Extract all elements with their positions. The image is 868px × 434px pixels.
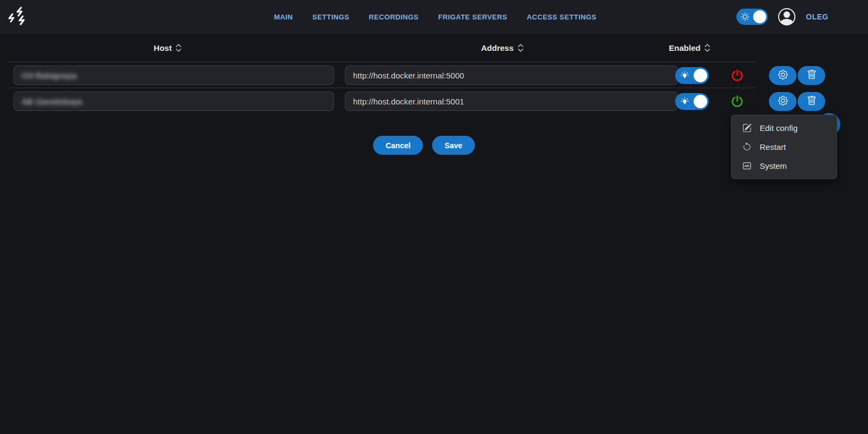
nav-link-access-settings[interactable]: ACCESS SETTINGS xyxy=(527,13,597,21)
servers-table: Host Address Enabled CH Rabigna xyxy=(9,34,755,114)
column-header-enabled[interactable]: Enabled xyxy=(669,34,710,62)
person-circle-icon[interactable] xyxy=(778,8,795,25)
host-value-blurred: CH Rabignaya xyxy=(22,71,77,80)
username[interactable]: OLEG xyxy=(806,12,828,21)
theme-toggle[interactable] xyxy=(736,9,768,25)
address-input[interactable] xyxy=(345,91,678,111)
menu-item-system[interactable]: System xyxy=(732,156,837,175)
column-header-host[interactable]: Host xyxy=(154,34,182,62)
lightbulb-icon xyxy=(680,71,689,80)
menu-item-label: System xyxy=(760,161,787,170)
host-value-blurred: AB Zavodskaya xyxy=(22,97,82,106)
gear-icon xyxy=(778,70,788,81)
sort-icon xyxy=(518,43,524,52)
navbar-right: OLEG xyxy=(736,0,828,34)
server-context-menu: Edit config Restart System xyxy=(731,115,837,179)
server-row: AB Zavodskaya xyxy=(9,88,755,114)
main-nav: MAIN SETTINGS RECORDINGS FRIGATE SERVERS… xyxy=(274,0,597,34)
address-input[interactable] xyxy=(345,65,678,85)
enabled-toggle[interactable] xyxy=(675,93,709,110)
sun-icon xyxy=(741,12,749,21)
sort-icon xyxy=(704,43,711,52)
menu-item-edit-config[interactable]: Edit config xyxy=(732,119,837,137)
column-label: Enabled xyxy=(669,43,700,52)
nav-link-frigate-servers[interactable]: FRIGATE SERVERS xyxy=(438,13,507,21)
menu-item-restart[interactable]: Restart xyxy=(732,137,837,156)
server-settings-button[interactable] xyxy=(769,66,797,85)
lightbulb-icon xyxy=(680,97,689,106)
gear-icon xyxy=(778,96,788,107)
menu-item-label: Restart xyxy=(760,142,786,152)
delete-server-button[interactable] xyxy=(798,92,825,111)
power-status-icon xyxy=(731,69,743,82)
column-label: Address xyxy=(481,43,513,52)
save-button[interactable]: Save xyxy=(432,136,475,155)
sort-icon xyxy=(175,43,182,52)
nav-link-recordings[interactable]: RECORDINGS xyxy=(369,13,419,21)
host-input[interactable]: CH Rabignaya xyxy=(14,65,334,85)
cancel-button[interactable]: Cancel xyxy=(373,136,423,155)
edit-icon xyxy=(742,123,752,133)
nav-link-main[interactable]: MAIN xyxy=(274,13,293,21)
server-row: CH Rabignaya xyxy=(9,62,755,88)
delete-server-button[interactable] xyxy=(798,66,825,85)
column-header-address[interactable]: Address xyxy=(481,34,524,62)
restart-icon xyxy=(742,142,752,152)
theme-toggle-knob xyxy=(753,10,766,23)
table-header-row: Host Address Enabled xyxy=(9,34,755,62)
nav-link-settings[interactable]: SETTINGS xyxy=(312,13,349,21)
system-icon xyxy=(742,161,752,170)
navbar: MAIN SETTINGS RECORDINGS FRIGATE SERVERS… xyxy=(0,0,868,34)
frigate-birds-logo[interactable] xyxy=(6,5,30,29)
trash-icon xyxy=(807,96,817,107)
power-status-icon xyxy=(731,95,743,108)
trash-icon xyxy=(807,70,817,81)
enabled-toggle-knob xyxy=(694,69,707,82)
enabled-toggle[interactable] xyxy=(675,67,709,84)
form-actions: Cancel Save xyxy=(0,136,848,155)
enabled-toggle-knob xyxy=(694,95,707,108)
server-settings-button[interactable] xyxy=(769,92,797,111)
menu-item-label: Edit config xyxy=(760,123,798,133)
column-label: Host xyxy=(154,43,172,52)
host-input[interactable]: AB Zavodskaya xyxy=(14,91,334,111)
